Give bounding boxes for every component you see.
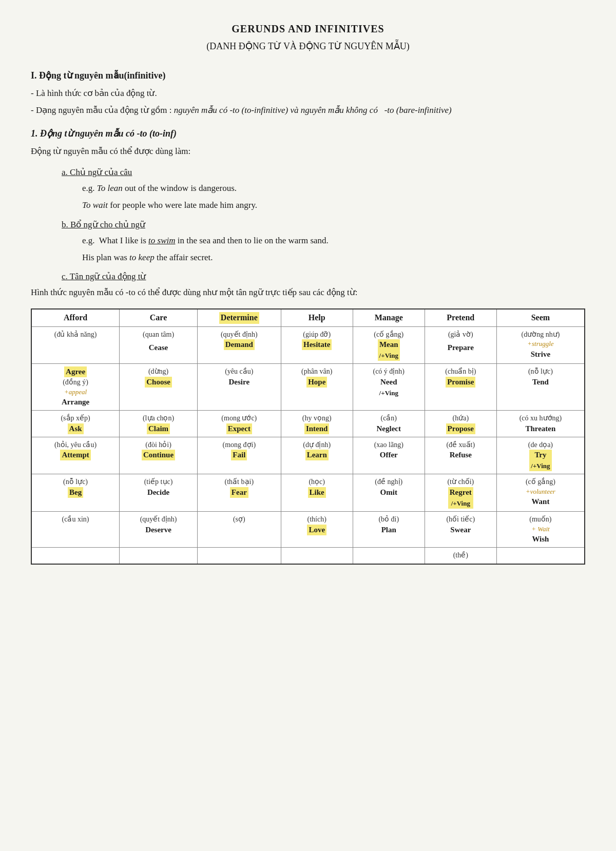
cell-2-1: (lựa chọn) Claim bbox=[120, 411, 198, 437]
cell-4-1: (tiếp tục) Decide bbox=[120, 474, 198, 512]
part-c-label: c. Tân ngữ của động từ bbox=[62, 269, 585, 283]
part-b-ex2: His plan was to keep the affair secret. bbox=[82, 250, 585, 264]
page-subtitle: (DANH ĐỘNG TỪ VÀ ĐỘNG TỪ NGUYÊN MẪU) bbox=[31, 39, 585, 54]
cell-5-5: (hối tiếc) Swear bbox=[425, 512, 496, 548]
cell-2-6: (có xu hướng) Threaten bbox=[496, 411, 585, 437]
section1a-subheader: Động từ nguyên mẫu có thể được dùng làm: bbox=[31, 144, 585, 158]
cell-6-3 bbox=[281, 547, 353, 564]
section1a-header: 1. Động từ nguyên mẫu có -to (to-inf) bbox=[31, 126, 585, 141]
cell-3-0: (hỏi, yêu cầu) Attempt bbox=[31, 437, 120, 474]
cell-4-0: (nỗ lực) Beg bbox=[31, 474, 120, 512]
table-row: (hỏi, yêu cầu) Attempt (đòi hỏi) Continu… bbox=[31, 437, 585, 474]
cell-5-2: (sợ) bbox=[197, 512, 281, 548]
col-header-5: Pretend bbox=[425, 309, 496, 326]
cell-0-2: (quyết định) Demand bbox=[197, 326, 281, 364]
cell-1-2: (yêu cầu) Desire bbox=[197, 364, 281, 411]
cell-3-4: (xao lãng) Offer bbox=[353, 437, 425, 474]
cell-4-4: (đề nghị) Omit bbox=[353, 474, 425, 512]
cell-5-6: (muốn) + Wait Wish bbox=[496, 512, 585, 548]
section1-line1: - Là hình thức cơ bản của động từ. bbox=[31, 86, 585, 100]
cell-2-0: (sắp xếp) Ask bbox=[31, 411, 120, 437]
cell-3-2: (mong đợi) Fail bbox=[197, 437, 281, 474]
cell-1-6: (nỗ lực) Tend bbox=[496, 364, 585, 411]
cell-1-0: Agree (đồng ý) +appeal Arrange bbox=[31, 364, 120, 411]
part-b-label: b. Bổ ngữ cho chủ ngữ bbox=[62, 218, 585, 231]
cell-6-4 bbox=[353, 547, 425, 564]
section1-header: I. Động từ nguyên mẫu(infinitive) bbox=[31, 68, 585, 83]
cell-0-1: (quan tâm) Cease bbox=[120, 326, 198, 364]
part-a-ex1: e.g. To lean out of the window is danger… bbox=[82, 181, 585, 195]
part-a-label: a. Chủ ngữ của câu bbox=[62, 165, 585, 179]
col-header-4: Manage bbox=[353, 309, 425, 326]
cell-6-0 bbox=[31, 547, 120, 564]
cell-5-1: (quyết định) Deserve bbox=[120, 512, 198, 548]
cell-2-3: (hy vọng) Intend bbox=[281, 411, 353, 437]
col-header-3: Help bbox=[281, 309, 353, 326]
cell-0-6: (dường như) +struggle Strive bbox=[496, 326, 585, 364]
cell-0-3: (giúp đỡ) Hesitate bbox=[281, 326, 353, 364]
table-row: (nỗ lực) Beg (tiếp tục) Decide (thất bại… bbox=[31, 474, 585, 512]
col-header-0: Afford bbox=[31, 309, 120, 326]
cell-4-6: (cố gắng) +volunteer Want bbox=[496, 474, 585, 512]
col-header-1: Care bbox=[120, 309, 198, 326]
part-a-ex2: To wait for people who were late made hi… bbox=[82, 198, 585, 212]
col-header-2: Determine bbox=[197, 309, 281, 326]
cell-5-3: (thích) Love bbox=[281, 512, 353, 548]
cell-3-3: (dự định) Learn bbox=[281, 437, 353, 474]
part-b-ex1: e.g. What I like is to swim in the sea a… bbox=[82, 234, 585, 247]
vocab-table: Afford Care Determine Help Manage Preten… bbox=[31, 308, 585, 564]
cell-6-2 bbox=[197, 547, 281, 564]
cell-2-2: (mong ước) Expect bbox=[197, 411, 281, 437]
cell-6-6 bbox=[496, 547, 585, 564]
table-row: (cầu xin) (quyết định) Deserve (sợ) (thí… bbox=[31, 512, 585, 548]
section1-line2: - Dạng nguyên mẫu của động từ gồm : nguy… bbox=[31, 103, 585, 117]
cell-6-5: (thề) bbox=[425, 547, 496, 564]
table-row: (sắp xếp) Ask (lựa chọn) Claim (mong ước… bbox=[31, 411, 585, 437]
cell-2-5: (hứa) Propose bbox=[425, 411, 496, 437]
table-row: Agree (đồng ý) +appeal Arrange (dừng) Ch… bbox=[31, 364, 585, 411]
page-title: GERUNDS AND INFINITIVES bbox=[31, 21, 585, 37]
cell-1-4: (có ý định) Need/+Ving bbox=[353, 364, 425, 411]
cell-4-5: (từ chối) Regret/+Ving bbox=[425, 474, 496, 512]
table-row: (đủ khả năng) (quan tâm) Cease (quyết đị… bbox=[31, 326, 585, 364]
cell-5-4: (bỏ đi) Plan bbox=[353, 512, 425, 548]
cell-2-4: (cần) Neglect bbox=[353, 411, 425, 437]
cell-0-5: (giả vờ) Prepare bbox=[425, 326, 496, 364]
table-row: (thề) bbox=[31, 547, 585, 564]
cell-0-4: (cố gắng) Mean/+Ving bbox=[353, 326, 425, 364]
cell-4-3: (học) Like bbox=[281, 474, 353, 512]
cell-1-5: (chuẩn bị) Promise bbox=[425, 364, 496, 411]
cell-1-3: (phân vân) Hope bbox=[281, 364, 353, 411]
part-c-desc: Hình thức nguyên mẫu có -to có thể được … bbox=[31, 285, 585, 299]
cell-3-6: (de dọa) Try/+Ving bbox=[496, 437, 585, 474]
cell-1-1: (dừng) Choose bbox=[120, 364, 198, 411]
cell-0-0: (đủ khả năng) bbox=[31, 326, 120, 364]
cell-6-1 bbox=[120, 547, 198, 564]
cell-3-5: (đề xuất) Refuse bbox=[425, 437, 496, 474]
cell-4-2: (thất bại) Fear bbox=[197, 474, 281, 512]
cell-3-1: (đòi hỏi) Continue bbox=[120, 437, 198, 474]
cell-5-0: (cầu xin) bbox=[31, 512, 120, 548]
col-header-6: Seem bbox=[496, 309, 585, 326]
